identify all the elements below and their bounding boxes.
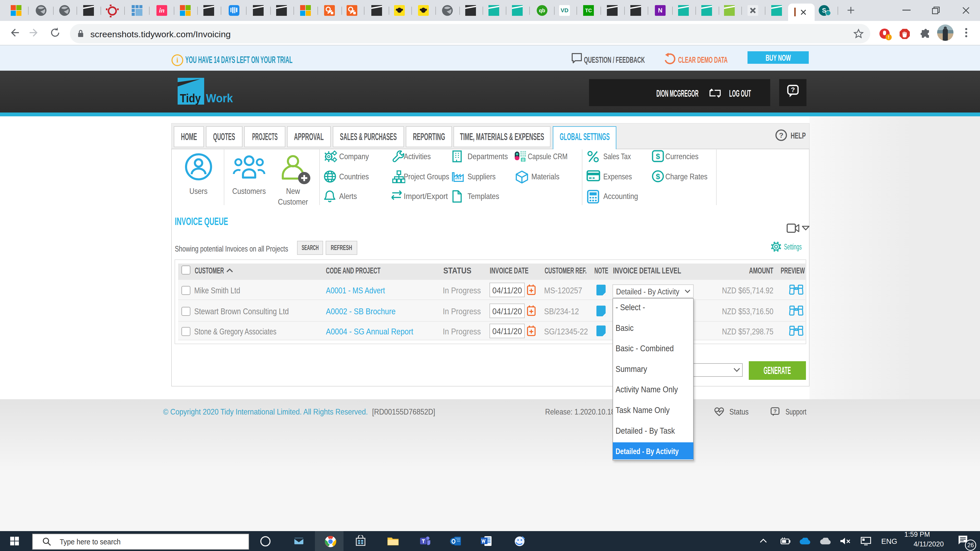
svg-text:?: ? <box>773 408 776 414</box>
svg-text:?: ? <box>791 86 795 94</box>
svg-text:?: ? <box>779 131 783 139</box>
svg-text:$: $ <box>656 152 660 160</box>
svg-text:$: $ <box>656 172 660 181</box>
